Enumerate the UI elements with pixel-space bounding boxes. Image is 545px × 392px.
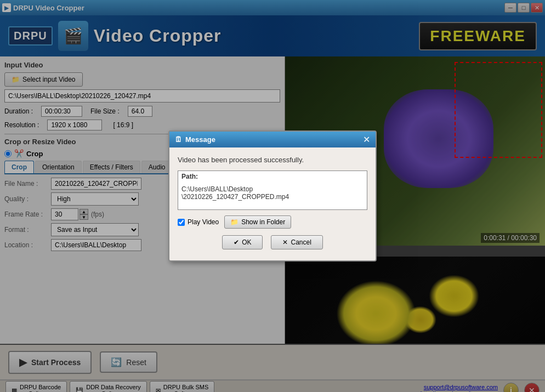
show-folder-button[interactable]: 📁 Show in Folder bbox=[224, 215, 291, 229]
ok-label: OK bbox=[242, 238, 251, 246]
cancel-label: Cancel bbox=[291, 238, 311, 246]
modal-close-button[interactable]: ✕ bbox=[363, 134, 370, 145]
modal-title-bar: 🗓 Message ✕ bbox=[169, 132, 376, 147]
cancel-button[interactable]: ✕ Cancel bbox=[271, 235, 322, 249]
ok-check-icon: ✔ bbox=[234, 238, 239, 246]
message-modal: 🗓 Message ✕ Video has been processed suc… bbox=[168, 130, 377, 262]
modal-footer: ✔ OK ✕ Cancel bbox=[178, 235, 367, 252]
path-label: Path: bbox=[178, 171, 367, 182]
path-value: C:\Users\IBALL\Desktop\20210226_120427_C… bbox=[178, 182, 367, 209]
folder-icon-modal: 📁 bbox=[230, 218, 239, 226]
modal-message: Video has been processed successfully. bbox=[178, 156, 367, 164]
modal-actions: Play Video 📁 Show in Folder bbox=[178, 215, 367, 229]
modal-overlay: 🗓 Message ✕ Video has been processed suc… bbox=[0, 0, 545, 392]
modal-title: Message bbox=[185, 135, 215, 144]
show-folder-label: Show in Folder bbox=[241, 218, 285, 226]
path-box: Path: C:\Users\IBALL\Desktop\20210226_12… bbox=[178, 171, 367, 210]
cancel-x-icon: ✕ bbox=[282, 238, 288, 246]
play-video-checkbox[interactable] bbox=[178, 219, 185, 226]
play-video-checkbox-label[interactable]: Play Video bbox=[178, 218, 219, 226]
play-video-label: Play Video bbox=[188, 218, 219, 226]
modal-icon: 🗓 bbox=[175, 135, 182, 144]
modal-body: Video has been processed successfully. P… bbox=[169, 147, 376, 260]
ok-button[interactable]: ✔ OK bbox=[222, 235, 263, 249]
